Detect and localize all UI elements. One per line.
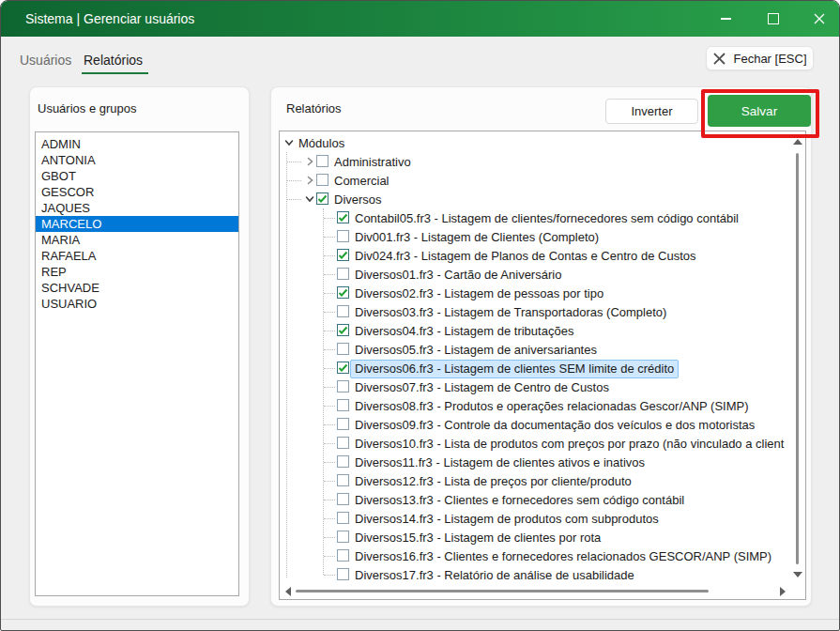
checkmark-icon — [337, 362, 349, 374]
tree-item-label[interactable]: Div024.fr3 - Listagem de Planos de Conta… — [350, 247, 700, 266]
tree-item-label[interactable]: Diversos12.fr3 - Lista de preços por cli… — [350, 472, 636, 491]
checkbox-checked[interactable] — [316, 192, 328, 205]
checkbox-unchecked[interactable] — [337, 418, 349, 430]
tree-item-label[interactable]: Diversos08.fr3 - Produtos e operações re… — [350, 397, 754, 416]
tree-item-label[interactable]: Diversos10.fr3 - Lista de produtos com p… — [350, 435, 788, 454]
checkbox-checked[interactable] — [337, 324, 349, 336]
user-list-item[interactable]: MARIA — [36, 232, 238, 248]
maximize-icon — [768, 13, 779, 24]
checkbox-unchecked[interactable] — [337, 268, 349, 280]
checkbox-unchecked[interactable] — [316, 174, 328, 186]
checkbox-checked[interactable] — [337, 249, 349, 261]
checkbox-unchecked[interactable] — [316, 155, 328, 167]
tree-row: Diversos — [280, 190, 789, 208]
chevron-right-icon[interactable] — [303, 174, 316, 187]
tree-row: Diversos12.fr3 - Lista de preços por cli… — [280, 471, 789, 490]
user-list-item[interactable]: ADMIN — [36, 136, 238, 152]
user-list-item[interactable]: ANTONIA — [36, 152, 238, 168]
tree-item-label[interactable]: Diversos13.fr3 - Clientes e fornecedores… — [350, 491, 689, 510]
checkbox-unchecked[interactable] — [337, 230, 349, 242]
maximize-button[interactable] — [759, 1, 787, 37]
tree-item-label[interactable]: Diversos03.fr3 - Listagem de Transportad… — [350, 303, 671, 322]
fechar-esc-button[interactable]: Fechar [ESC] — [706, 46, 814, 70]
user-list-item[interactable]: USUARIO — [36, 296, 238, 312]
tree-connector-stub — [324, 462, 335, 463]
user-list-item[interactable]: REP — [36, 264, 238, 280]
checkbox-checked[interactable] — [337, 286, 349, 299]
checkbox-unchecked[interactable] — [337, 380, 349, 392]
horizontal-scrollbar[interactable] — [281, 584, 790, 598]
checkbox-checked[interactable] — [337, 362, 349, 374]
checkbox-unchecked[interactable] — [337, 437, 349, 449]
tree-item-label[interactable]: Diversos16.fr3 - Clientes e fornecedores… — [350, 547, 776, 566]
vertical-scrollbar[interactable] — [790, 132, 804, 584]
scroll-left-icon[interactable] — [285, 587, 291, 596]
checkbox-unchecked[interactable] — [337, 399, 349, 411]
tree-item-label[interactable]: Diversos07.fr3 - Listagem de Centro de C… — [350, 378, 614, 397]
checkmark-icon — [316, 192, 328, 205]
user-list-item[interactable]: JAQUES — [36, 200, 238, 216]
window-title: Sistema | Gerenciar usuários — [25, 1, 194, 37]
checkbox-unchecked[interactable] — [337, 455, 349, 468]
tree-item-label[interactable]: Comercial — [329, 172, 394, 191]
checkmark-icon — [337, 211, 349, 223]
scroll-down-icon[interactable] — [793, 572, 802, 577]
chevron-down-icon[interactable] — [303, 192, 316, 206]
tree-row: Diversos10.fr3 - Lista de produtos com p… — [280, 434, 789, 453]
tree-item-label[interactable]: Diversos14.fr3 - Listagem de produtos co… — [350, 510, 664, 529]
checkbox-unchecked[interactable] — [337, 493, 349, 505]
checkbox-unchecked[interactable] — [337, 474, 349, 486]
checkbox-unchecked[interactable] — [337, 531, 349, 543]
reports-tree: MódulosAdministrativoComercialDiversosCo… — [279, 131, 806, 600]
salvar-button[interactable]: Salvar — [708, 95, 811, 127]
minimize-button[interactable] — [711, 1, 740, 37]
tab-usuarios[interactable]: Usuários — [20, 53, 71, 68]
tree-connector-stub — [324, 575, 335, 576]
vertical-scrollbar-thumb[interactable] — [796, 153, 799, 564]
tree-row: Diversos14.fr3 - Listagem de produtos co… — [280, 509, 789, 528]
user-list-item[interactable]: GBOT — [36, 168, 238, 184]
inverter-button[interactable]: Inverter — [605, 99, 698, 124]
tree-connector-stub — [324, 274, 335, 275]
close-window-button[interactable] — [805, 1, 833, 37]
tree-item-label[interactable]: Diversos06.fr3 - Listagem de clientes SE… — [350, 360, 679, 378]
checkbox-unchecked[interactable] — [337, 343, 349, 355]
tree-item-label[interactable]: Diversos09.fr3 - Controle da documentaçã… — [350, 416, 759, 435]
scroll-right-icon[interactable] — [780, 587, 786, 596]
tree-connector-stub — [324, 312, 335, 313]
user-list-item[interactable]: RAFAELA — [36, 248, 238, 264]
tree-connector-stub — [324, 500, 335, 500]
user-list-item[interactable]: SCHVADE — [36, 280, 238, 296]
users-listbox[interactable]: ADMINANTONIAGBOTGESCORJAQUESMARCELOMARIA… — [35, 131, 239, 596]
checkbox-unchecked[interactable] — [337, 568, 349, 580]
tree-item-label[interactable]: Div001.fr3 - Listagem de Clientes (Compl… — [350, 228, 603, 247]
reports-panel-title: Relatórios — [286, 101, 342, 115]
tree-item-label[interactable]: Administrativo — [329, 153, 416, 172]
chevron-right-icon[interactable] — [303, 155, 316, 168]
tree-item-label[interactable]: Diversos01.fr3 - Cartão de Aniversário — [350, 266, 566, 285]
users-panel-title: Usuários e grupos — [38, 101, 137, 115]
tree-item-label[interactable]: Diversos15.fr3 - Listagem de clientes po… — [350, 529, 605, 547]
tree-item-label[interactable]: Diversos02.fr3 - Listagem de pessoas por… — [350, 285, 608, 303]
scroll-up-icon[interactable] — [793, 139, 802, 145]
checkbox-unchecked[interactable] — [337, 512, 349, 524]
tree-item-label[interactable]: Diversos05.fr3 - Listagem de aniversaria… — [350, 341, 602, 360]
tree-item-label[interactable]: Diversos11.fr3 - Listagem de clientes at… — [350, 454, 649, 472]
tree-item-label[interactable]: Contabil05.fr3 - Listagem de clientes/fo… — [350, 209, 743, 228]
user-list-item[interactable]: MARCELO — [36, 216, 238, 232]
user-list-item[interactable]: GESCOR — [36, 184, 238, 200]
tree-item-label[interactable]: Diversos17.fr3 - Relatório de análise de… — [350, 566, 639, 583]
tab-relatorios[interactable]: Relatórios — [84, 53, 143, 68]
checkbox-unchecked[interactable] — [337, 549, 349, 562]
tree-connector-stub — [324, 349, 335, 350]
tree-item-label[interactable]: Diversos — [329, 191, 387, 209]
tree-connector-stub — [324, 255, 335, 256]
checkbox-checked[interactable] — [337, 211, 349, 223]
tree-item-label[interactable]: Módulos — [294, 134, 349, 153]
tree-connector-stub — [287, 162, 301, 162]
tree-row: Diversos05.fr3 - Listagem de aniversaria… — [280, 340, 789, 359]
tree-row: Diversos02.fr3 - Listagem de pessoas por… — [280, 284, 789, 302]
tree-item-label[interactable]: Diversos04.fr3 - Listagem de tributações — [350, 322, 578, 341]
horizontal-scrollbar-thumb[interactable] — [296, 590, 709, 593]
checkbox-unchecked[interactable] — [337, 305, 349, 317]
